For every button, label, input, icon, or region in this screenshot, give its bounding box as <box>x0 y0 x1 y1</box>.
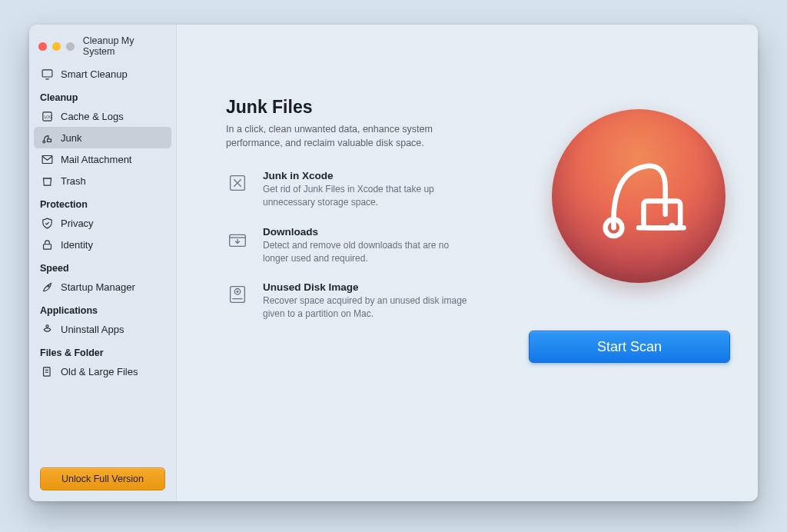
svg-rect-7 <box>43 244 51 248</box>
sidebar-item-label: Old & Large Files <box>61 366 138 377</box>
start-scan-button[interactable]: Start Scan <box>529 331 730 363</box>
trash-icon <box>40 174 54 188</box>
mail-icon <box>40 152 54 166</box>
files-icon <box>40 364 54 378</box>
vacuum-icon <box>40 131 54 145</box>
unlock-full-version-button[interactable]: Unlock Full Version <box>40 467 165 490</box>
sidebar-item-old-large-files[interactable]: Old & Large Files <box>29 361 176 382</box>
app-title: Cleanup My System <box>83 35 168 57</box>
feature-title: Junk in Xcode <box>263 170 470 181</box>
sidebar-item-smart-cleanup[interactable]: Smart Cleanup <box>29 63 176 85</box>
feature-downloads: Downloads Detect and remove old download… <box>226 226 533 265</box>
feature-desc: Detect and remove old downloads that are… <box>263 239 470 265</box>
feature-disk-image: Unused Disk Image Recover space acquired… <box>226 281 533 321</box>
vacuum-large-icon <box>589 146 689 246</box>
sidebar-item-label: Mail Attachment <box>61 154 132 165</box>
close-window-icon[interactable] <box>38 42 47 51</box>
svg-rect-20 <box>644 201 681 228</box>
svg-rect-9 <box>43 367 49 375</box>
section-head-speed: Speed <box>29 255 176 276</box>
sidebar-item-identity[interactable]: Identity <box>29 234 176 255</box>
download-box-icon <box>226 228 249 251</box>
disk-image-icon <box>226 283 249 306</box>
sidebar-item-cache-logs[interactable]: LOG Cache & Logs <box>29 105 176 127</box>
svg-point-22 <box>669 223 676 230</box>
sidebar-item-label: Privacy <box>61 218 94 229</box>
sidebar-item-label: Smart Cleanup <box>61 68 128 80</box>
sidebar-item-label: Uninstall Apps <box>61 324 124 335</box>
page-subtitle: In a click, clean unwanted data, enhance… <box>226 122 487 150</box>
sidebar-item-privacy[interactable]: Privacy <box>29 212 176 234</box>
hero-illustration <box>552 109 726 283</box>
lock-icon <box>40 238 54 251</box>
xcode-junk-icon <box>226 171 249 195</box>
svg-point-19 <box>611 225 616 231</box>
section-head-protection: Protection <box>29 191 176 212</box>
sidebar-item-mail-attachment[interactable]: Mail Attachment <box>29 148 176 170</box>
feature-xcode: Junk in Xcode Get rid of Junk Files in X… <box>226 170 533 209</box>
sidebar-item-label: Startup Manager <box>61 281 135 293</box>
sidebar-item-uninstall-apps[interactable]: Uninstall Apps <box>29 318 176 340</box>
svg-point-15 <box>234 289 241 295</box>
shield-icon <box>40 216 54 230</box>
apps-icon <box>40 322 54 336</box>
svg-point-8 <box>47 285 48 287</box>
sidebar-item-startup-manager[interactable]: Startup Manager <box>29 276 176 298</box>
sidebar-item-label: Junk <box>61 132 81 144</box>
main-content: Junk Files In a click, clean unwanted da… <box>177 25 758 501</box>
sidebar: Cleanup My System Smart Cleanup Cleanup … <box>29 25 177 501</box>
app-window: Cleanup My System Smart Cleanup Cleanup … <box>29 25 758 501</box>
svg-point-4 <box>42 141 45 143</box>
window-controls: Cleanup My System <box>29 31 176 63</box>
feature-title: Downloads <box>263 226 470 238</box>
rocket-icon <box>40 280 54 294</box>
feature-desc: Get rid of Junk Files in Xcode that take… <box>263 183 470 209</box>
section-head-files: Files & Folder <box>29 340 176 361</box>
sidebar-item-label: Cache & Logs <box>61 111 124 122</box>
log-icon: LOG <box>40 109 54 123</box>
maximize-window-icon[interactable] <box>66 42 75 51</box>
sidebar-item-trash[interactable]: Trash <box>29 170 176 191</box>
section-head-applications: Applications <box>29 298 176 318</box>
section-head-cleanup: Cleanup <box>29 85 176 105</box>
sidebar-item-junk[interactable]: Junk <box>34 127 171 148</box>
svg-rect-0 <box>42 69 52 76</box>
feature-title: Unused Disk Image <box>263 281 470 293</box>
monitor-icon <box>40 67 54 81</box>
minimize-window-icon[interactable] <box>52 42 61 51</box>
unlock-wrap: Unlock Full Version <box>29 457 176 501</box>
sidebar-item-label: Identity <box>61 239 93 251</box>
svg-text:LOG: LOG <box>44 115 52 118</box>
svg-rect-5 <box>47 138 51 141</box>
svg-point-16 <box>237 291 238 293</box>
sidebar-item-label: Trash <box>61 175 86 187</box>
feature-desc: Recover space acquired by an unused disk… <box>263 294 470 321</box>
